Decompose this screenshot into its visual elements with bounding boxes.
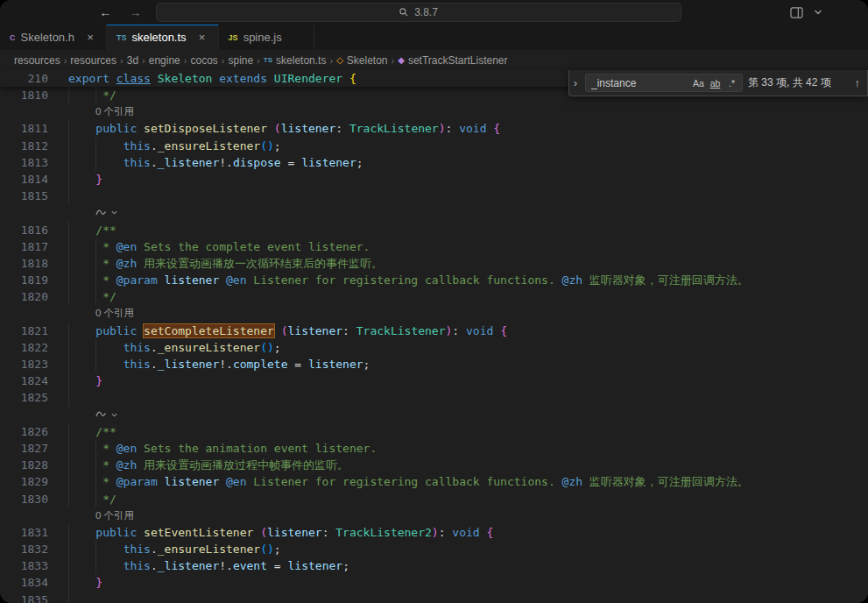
line-number[interactable]: 1824 (0, 372, 60, 389)
code-line[interactable]: * @en Sets the animation event listener. (60, 440, 868, 457)
breadcrumb-item-resources[interactable]: resources (14, 54, 60, 67)
code-token: this (123, 543, 151, 556)
code-token (68, 559, 123, 572)
tab-Skeleton.h[interactable]: CSkeleton.h× (0, 25, 107, 50)
code-line[interactable]: */ (60, 491, 868, 507)
whole-word-button[interactable]: ab (707, 75, 723, 90)
command-center-search[interactable]: 3.8.7 (156, 3, 681, 22)
code-line[interactable]: /** (60, 222, 868, 238)
chevron-down-icon[interactable] (110, 411, 118, 419)
code-line[interactable]: } (60, 574, 868, 591)
line-number[interactable]: 1833 (0, 557, 60, 574)
line-number[interactable]: 1834 (0, 574, 60, 591)
codelens-references-link[interactable]: 0 个引用 (95, 106, 134, 117)
code-rows[interactable]: 1810 */0 个引用1811 public setDisposeListen… (0, 87, 868, 603)
line-number[interactable]: 1811 (0, 120, 60, 137)
line-number[interactable]: 1835 (0, 592, 60, 603)
code-line[interactable]: * @zh 用来设置动画播放一次循环结束后的事件监听。 (60, 255, 868, 272)
title-bar-navigation: ← → (0, 6, 156, 18)
line-number[interactable]: 1822 (0, 339, 60, 356)
line-number[interactable]: 1830 (0, 491, 60, 507)
code-token: listener (301, 156, 356, 169)
inline-action-icon[interactable] (95, 208, 108, 218)
history-forward-button[interactable]: → (130, 6, 142, 18)
breadcrumb-item-cocos[interactable]: cocos (190, 54, 217, 67)
inline-action[interactable] (60, 407, 868, 423)
find-input[interactable]: _instance Aa ab .* (585, 74, 743, 92)
line-number[interactable]: 1819 (0, 272, 60, 288)
code-token (253, 526, 260, 539)
line-number[interactable]: 1820 (0, 288, 60, 305)
code-row: 1820 */ (0, 288, 868, 305)
line-number[interactable]: 1817 (0, 238, 60, 255)
code-row: 1826 /** (0, 423, 868, 440)
line-number[interactable]: 1810 (0, 87, 60, 103)
code-line[interactable]: public setDisposeListener (listener: Tra… (60, 120, 868, 137)
code-line[interactable]: /** (60, 423, 868, 440)
code-token: . (151, 358, 158, 371)
match-case-button[interactable]: Aa (690, 75, 707, 90)
toggle-replace-chevron[interactable]: › (571, 76, 580, 89)
code-line[interactable]: this._ensureListener(); (60, 339, 868, 356)
code-line[interactable]: this._listener!.complete = listener; (60, 356, 868, 372)
line-number[interactable]: 1818 (0, 255, 60, 272)
line-number[interactable]: 1812 (0, 138, 60, 154)
breadcrumb-item-engine[interactable]: engine (149, 54, 180, 67)
line-number[interactable]: 1826 (0, 423, 60, 440)
line-number[interactable]: 1832 (0, 541, 60, 557)
line-number[interactable]: 1831 (0, 524, 60, 541)
line-number[interactable]: 1815 (0, 188, 60, 204)
inline-action[interactable] (60, 204, 868, 221)
line-number[interactable]: 1813 (0, 154, 60, 171)
line-number[interactable]: 1825 (0, 389, 60, 406)
tab-spine.js[interactable]: JSspine.js (219, 25, 314, 50)
breadcrumb-item-skeleton.ts[interactable]: TSskeleton.ts (264, 54, 327, 67)
code-line[interactable]: * @zh 用来设置动画播放过程中帧事件的监听。 (60, 457, 868, 473)
history-back-button[interactable]: ← (100, 6, 112, 18)
code-line[interactable]: * @en Sets the complete event listener. (60, 238, 868, 255)
codelens-references-link[interactable]: 0 个引用 (95, 510, 134, 521)
code-row: 1829 * @param listener @en Listener for … (0, 473, 868, 490)
regex-button[interactable]: .* (723, 75, 740, 90)
customize-layout-button[interactable] (790, 7, 803, 18)
code-token: */ (68, 89, 116, 102)
breadcrumb-item-spine[interactable]: spine (229, 54, 254, 67)
code-line[interactable]: this._listener!.event = listener; (60, 557, 868, 574)
tab-skeleton.ts[interactable]: TSskeleton.ts× (107, 25, 219, 50)
code-line[interactable]: public setCompleteListener (listener: Tr… (60, 323, 868, 339)
line-number[interactable]: 1827 (0, 440, 60, 457)
close-tab-icon[interactable]: × (196, 31, 208, 44)
inline-action-icon[interactable] (95, 409, 108, 420)
chevron-down-icon[interactable] (110, 209, 118, 216)
code-token: ( (260, 341, 267, 354)
line-number[interactable]: 1821 (0, 323, 60, 339)
line-number[interactable]: 1814 (0, 171, 60, 188)
codelens-references-link[interactable]: 0 个引用 (95, 308, 134, 318)
code-line[interactable]: * @param listener @en Listener for regis… (60, 272, 868, 288)
close-tab-icon[interactable]: × (84, 31, 96, 44)
code-line[interactable] (60, 188, 868, 204)
code-line[interactable] (60, 592, 868, 603)
code-row: 1819 * @param listener @en Listener for … (0, 272, 868, 288)
code-line[interactable]: public setEventListener (listener: Track… (60, 524, 868, 541)
code-line[interactable]: this._listener!.dispose = listener; (60, 154, 868, 171)
line-number[interactable]: 1823 (0, 356, 60, 372)
breadcrumb-item-resources[interactable]: resources (70, 54, 116, 67)
layout-dropdown-button[interactable] (814, 9, 822, 16)
code-line[interactable]: * @param listener @en Listener for regis… (60, 473, 868, 490)
code-token: ; (356, 156, 363, 169)
code-line[interactable]: */ (60, 288, 868, 305)
previous-match-button[interactable]: ↑ (855, 76, 863, 89)
code-line[interactable]: this._ensureListener(); (60, 138, 868, 154)
breadcrumb-item-3d[interactable]: 3d (127, 54, 138, 67)
breadcrumb-item-Skeleton[interactable]: ◇Skeleton (336, 54, 387, 67)
line-number[interactable]: 1816 (0, 222, 60, 238)
code-line[interactable]: this._ensureListener(); (60, 541, 868, 557)
code-line[interactable]: } (60, 171, 868, 188)
breadcrumb-item-setTrackStartListener[interactable]: ◆setTrackStartListener (398, 54, 507, 67)
line-number[interactable]: 1828 (0, 457, 60, 473)
code-line[interactable] (60, 389, 868, 406)
js-file-icon: JS (229, 33, 238, 42)
line-number[interactable]: 1829 (0, 473, 60, 490)
code-line[interactable]: } (60, 372, 868, 389)
